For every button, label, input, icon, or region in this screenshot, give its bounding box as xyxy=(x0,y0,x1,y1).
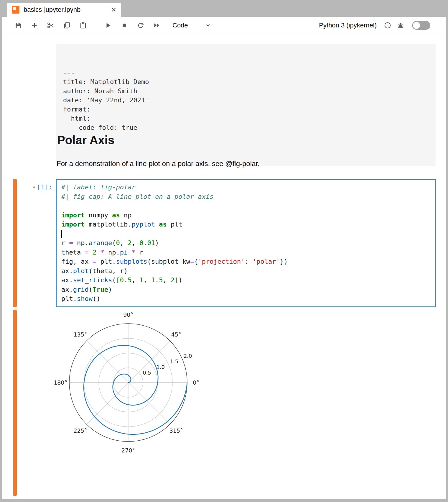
copy-cells-button[interactable] xyxy=(59,19,75,32)
svg-text:45°: 45° xyxy=(171,331,181,338)
input-collapser[interactable] xyxy=(13,179,17,307)
restart-run-all-button[interactable] xyxy=(149,19,165,32)
tab-close-icon[interactable]: × xyxy=(111,6,116,14)
restart-kernel-button[interactable] xyxy=(132,19,149,32)
copy-icon xyxy=(63,22,71,29)
chevron-down-icon xyxy=(205,22,212,29)
raw-cell-content: ---title: Matplotlib Demoauthor: Norah S… xyxy=(63,68,429,141)
paste-icon xyxy=(79,22,87,29)
fast-forward-icon xyxy=(153,22,161,29)
kernel-name[interactable]: Python 3 (ipykernel) xyxy=(319,22,377,29)
save-icon xyxy=(14,22,22,29)
svg-text:135°: 135° xyxy=(74,331,87,338)
insert-cell-button[interactable] xyxy=(26,19,42,32)
notebook-content: ---title: Matplotlib Demoauthor: Norah S… xyxy=(2,34,446,499)
svg-text:90°: 90° xyxy=(123,311,133,318)
scissors-icon xyxy=(47,22,55,29)
markdown-heading[interactable]: Polar Axis xyxy=(57,134,114,147)
bug-icon xyxy=(397,22,404,29)
polar-chart: 0°45°90°135°180°225°270°315°0.51.01.52.0 xyxy=(55,308,208,459)
debugger-button[interactable] xyxy=(397,22,404,29)
output-collapser[interactable] xyxy=(13,310,17,496)
svg-text:2.0: 2.0 xyxy=(184,353,192,359)
paste-cells-button[interactable] xyxy=(75,19,91,32)
refresh-icon xyxy=(137,22,144,29)
code-cell[interactable]: #| label: fig-polar#| fig-cap: A line pl… xyxy=(56,179,436,307)
svg-text:270°: 270° xyxy=(121,447,135,454)
svg-text:1.5: 1.5 xyxy=(170,358,179,365)
svg-text:225°: 225° xyxy=(74,427,87,434)
prompt-number: [1]: xyxy=(37,183,52,191)
notebook-toolbar: Code Python 3 (ipykernel) xyxy=(2,17,446,34)
notebook-icon xyxy=(12,6,19,14)
toggle-knob xyxy=(413,22,420,29)
modified-dot: • xyxy=(32,184,36,191)
plus-icon xyxy=(31,22,38,29)
cut-cells-button[interactable] xyxy=(42,19,59,32)
cell-output: 0°45°90°135°180°225°270°315°0.51.01.52.0 xyxy=(55,308,208,459)
tab-basics-jupyter[interactable]: basics-jupyter.ipynb × xyxy=(7,3,121,17)
stop-icon xyxy=(121,22,128,29)
markdown-paragraph[interactable]: For a demonstration of a line plot on a … xyxy=(57,160,260,168)
interrupt-kernel-button[interactable] xyxy=(116,19,132,32)
code-editor[interactable]: #| label: fig-polar#| fig-cap: A line pl… xyxy=(61,183,435,304)
svg-text:180°: 180° xyxy=(55,379,67,386)
cell-type-dropdown[interactable]: Code xyxy=(169,20,215,31)
cell-type-value: Code xyxy=(172,22,188,29)
raw-cell[interactable]: ---title: Matplotlib Demoauthor: Norah S… xyxy=(56,44,436,166)
simple-mode-toggle[interactable] xyxy=(412,21,430,30)
tab-title: basics-jupyter.ipynb xyxy=(24,6,80,14)
svg-text:0°: 0° xyxy=(193,379,199,386)
svg-text:1.0: 1.0 xyxy=(156,364,165,370)
kernel-idle-circle-icon xyxy=(384,22,391,29)
run-button[interactable] xyxy=(100,19,116,32)
kernel-status[interactable] xyxy=(384,22,391,29)
save-button[interactable] xyxy=(10,19,26,32)
svg-text:315°: 315° xyxy=(169,427,183,434)
svg-text:0.5: 0.5 xyxy=(143,370,151,376)
execution-prompt: •[1]: xyxy=(14,183,52,192)
play-icon xyxy=(104,22,112,29)
